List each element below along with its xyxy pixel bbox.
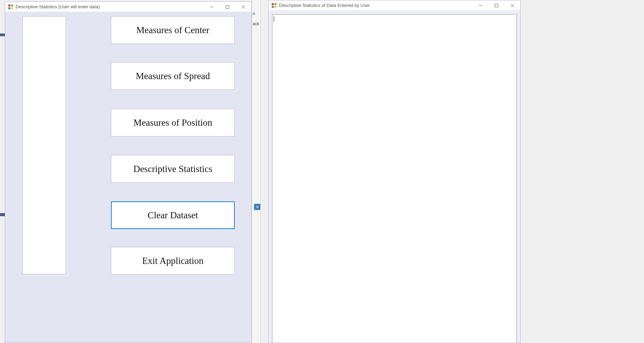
descriptive-statistics-button[interactable]: Descriptive Statistics xyxy=(111,155,235,183)
ide-close-tab-icon: ✕ xyxy=(254,204,260,210)
app-icon xyxy=(8,4,13,10)
ide-background-fragment xyxy=(0,213,5,216)
minimize-button[interactable] xyxy=(204,2,220,12)
svg-rect-13 xyxy=(495,4,498,7)
maximize-button[interactable] xyxy=(220,2,235,12)
svg-rect-11 xyxy=(274,6,277,8)
output-textarea[interactable] xyxy=(272,14,517,343)
measures-of-center-button[interactable]: Measures of Center xyxy=(111,16,235,44)
svg-rect-9 xyxy=(274,3,277,5)
titlebar-right: Descriptive Statistics of Data Entered b… xyxy=(269,0,520,11)
ide-background-fragment xyxy=(0,34,5,36)
measures-of-spread-button[interactable]: Measures of Spread xyxy=(111,62,235,90)
text-caret xyxy=(274,16,274,22)
window-controls-right xyxy=(473,0,520,10)
exit-application-button[interactable]: Exit Application xyxy=(111,247,235,275)
close-button[interactable] xyxy=(504,0,520,10)
svg-rect-2 xyxy=(8,7,10,9)
window-title-right: Descriptive Statistics of Data Entered b… xyxy=(279,3,370,8)
maximize-button[interactable] xyxy=(488,0,504,10)
svg-rect-10 xyxy=(272,6,274,8)
client-area-right xyxy=(269,11,520,343)
svg-rect-8 xyxy=(272,3,274,5)
ide-background-gutter: o ack ✕ xyxy=(252,0,261,343)
clear-dataset-button[interactable]: Clear Dataset xyxy=(111,201,235,229)
gutter-text-fragment: o xyxy=(253,11,255,16)
svg-rect-1 xyxy=(11,4,13,7)
svg-rect-3 xyxy=(11,7,13,9)
window-descriptive-stats-input: Descriptive Statistics (User will enter … xyxy=(5,1,252,343)
measures-of-position-button[interactable]: Measures of Position xyxy=(111,109,235,136)
svg-rect-5 xyxy=(226,5,229,8)
close-button[interactable] xyxy=(235,2,251,12)
gutter-text-fragment: ack xyxy=(253,21,259,26)
client-area-left: Measures of Center Measures of Spread Me… xyxy=(5,12,251,343)
window-controls-left xyxy=(204,2,251,12)
data-listbox[interactable] xyxy=(22,16,66,274)
app-icon xyxy=(271,3,277,8)
window-descriptive-stats-output: Descriptive Statistics of Data Entered b… xyxy=(268,0,521,343)
window-title-left: Descriptive Statistics (User will enter … xyxy=(16,4,100,9)
titlebar-left: Descriptive Statistics (User will enter … xyxy=(5,2,251,12)
minimize-button[interactable] xyxy=(473,0,488,10)
svg-rect-0 xyxy=(8,4,10,7)
